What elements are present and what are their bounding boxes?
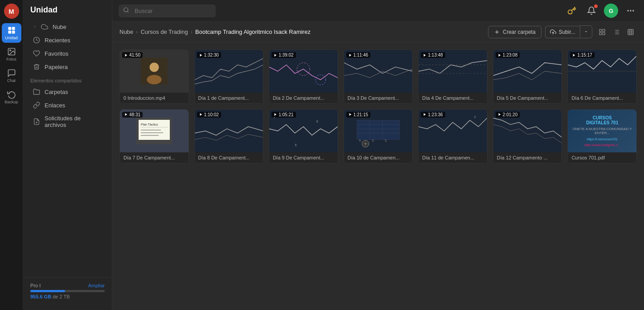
sidebar-item-backup[interactable]: Backup [2,87,21,107]
file-label-dia12: Día 12 Campamento ... [493,152,562,163]
svg-text:S: S [359,139,361,142]
sidebar-item-favoritos[interactable]: Favoritos [26,47,109,60]
svg-rect-1 [12,27,15,30]
view-grid-icon[interactable] [624,26,637,38]
file-card-dia11[interactable]: $ 1:23:36 Día 11 de Campamen... [418,109,488,163]
svg-point-5 [9,50,10,51]
svg-point-12 [630,10,631,11]
file-label-dia11: Día 11 de Campamen... [418,152,487,163]
svg-line-10 [127,11,129,12]
sidebar-item-carpetas[interactable]: Carpetas [26,85,109,98]
storage-section: Pro I Ampliar 955.6 GB de 2 TB [23,277,112,305]
svg-marker-41 [275,54,277,57]
file-duration-dia11: 1:23:36 [421,112,445,118]
svg-rect-69 [357,120,399,139]
file-thumb-dia8: 1:10:02 [195,110,263,152]
file-duration-dia10: 1:21:15 [346,112,370,118]
svg-marker-43 [349,54,351,57]
ampliar-link[interactable]: Ampliar [88,283,105,288]
svg-marker-47 [424,54,426,57]
storage-bar-fill [30,290,65,292]
file-thumb-dia6: 1:15:17 [568,50,636,93]
file-label-dia9: Día 9 De Campament... [269,152,338,163]
view-file-icon[interactable] [596,26,608,38]
file-label-dia7: Día 7 De Campament... [120,152,189,163]
file-label-dia5: Día 5 De Campament... [493,93,562,103]
file-label-dia2: Día 2 De Campament... [269,93,338,103]
svg-text:$: $ [316,119,319,123]
svg-rect-18 [603,29,605,32]
file-card-dia5[interactable]: 1:23:08 Día 5 De Campament... [493,49,562,104]
shared-section-label: Elementos compartidos [23,73,112,85]
file-thumb-dia12: 2:01:20 [493,110,562,152]
breadcrumb-cursos[interactable]: Cursos de Trading [140,29,188,35]
plan-label: Pro I [30,283,41,288]
key-icon-button[interactable] [565,4,579,18]
user-avatar-button[interactable]: G [604,4,618,18]
svg-point-9 [124,8,128,12]
upload-button-group: Subir... [545,25,592,38]
svg-point-33 [149,62,159,72]
svg-point-13 [632,10,634,11]
file-duration-dia7: 48:31 [122,112,143,118]
breadcrumb: Nube › Cursos de Trading › Bootcamp Trad… [119,29,483,35]
file-card-dia6[interactable]: 1:15:17 Día 6 De Campament... [567,49,637,104]
file-card-dia12[interactable]: 2:01:20 Día 12 Campamento ... [493,109,562,163]
breadcrumb-nube[interactable]: Nube [119,29,133,35]
file-thumb-dia4: 1:13:48 [418,50,487,93]
sidebar-item-recientes[interactable]: Recientes [26,33,109,47]
notification-button[interactable] [584,4,599,18]
search-input[interactable] [119,4,216,17]
svg-text:$: $ [474,115,476,118]
file-duration-dia5: 1:23:08 [496,52,520,58]
file-thumb-dia7: Plan Táctico 48:31 [120,110,189,152]
file-label-dia6: Día 6 De Campament... [568,93,636,103]
file-label-dia4: Día 4 De Campament... [418,93,487,103]
svg-marker-62 [200,113,202,116]
sidebar-item-papelera[interactable]: Papelera [26,60,109,73]
sidebar-item-solicitudes[interactable]: Solicitudes de archivos [26,112,109,131]
file-card-dia1[interactable]: 1:32:30 Día 1 de Campament... [194,49,264,104]
icon-bar: M Unidad Fotos Chat Backup [0,0,23,310]
sidebar-item-fotos[interactable]: Fotos [2,45,21,64]
file-duration-dia4: 1:13:48 [421,52,445,58]
file-card-dia2[interactable]: 1:39:02 Día 2 De Campament... [269,49,338,104]
svg-marker-35 [125,54,127,57]
svg-marker-37 [200,54,202,57]
file-thumb-dia9: $ $ $ 1:05:21 [269,110,338,152]
topbar: G [112,0,644,22]
svg-rect-3 [12,31,15,34]
file-card-dia8[interactable]: 1:10:02 Día 8 De Campament... [194,109,264,163]
upload-main-button[interactable]: Subir... [545,26,580,38]
file-duration-dia6: 1:15:17 [570,52,594,58]
file-thumb-dia11: $ 1:23:36 [418,110,487,152]
upload-dropdown-button[interactable] [580,25,592,38]
file-card-dia3[interactable]: 1:11:46 Día 3 De Campament... [344,49,413,104]
breadcrumb-sep-1: › [136,29,138,35]
file-card-dia7[interactable]: Plan Táctico 48:31 Día 7 De Campament... [119,109,189,163]
files-area: 41:50 0 Introduccion.mp4 1:32:30 [112,42,644,310]
view-toggle [596,26,637,38]
file-card-cursos701[interactable]: CURSOSDIGITALES 701 ÚNETE A NUESTRA COMU… [567,109,637,163]
file-thumb-dia5: 1:23:08 [493,50,562,93]
file-label-cursos701: Cursos 701.pdf [568,152,636,163]
sidebar-item-enlaces[interactable]: Enlaces [26,98,109,112]
create-folder-button[interactable]: Crear carpeta [488,26,541,38]
app-avatar[interactable]: M [4,4,19,19]
main-content: G Nube › Cursos de Trading › Bootcamp Tr… [112,0,644,310]
file-card-intro[interactable]: 41:50 0 Introduccion.mp4 [119,49,189,104]
sidebar-item-unidad[interactable]: Unidad [2,23,21,43]
view-list-icon[interactable] [610,26,623,38]
file-card-dia10[interactable]: S S S 1:21:15 Día 10 de Campamen... [344,109,413,163]
sidebar-title: Unidad [23,5,112,20]
file-thumb-intro: 41:50 [120,50,189,93]
sidebar-item-nube[interactable]: Nube [26,20,109,33]
svg-rect-19 [599,33,602,35]
sidebar-item-chat[interactable]: Chat [2,66,21,86]
more-options-button[interactable] [623,4,638,18]
file-card-dia9[interactable]: $ $ $ 1:05:21 Día 9 De Campament... [269,109,338,163]
svg-point-34 [147,75,161,84]
sidebar: Unidad Nube Recientes Favoritos Papelera… [23,0,112,310]
file-card-dia4[interactable]: 1:13:48 Día 4 De Campament... [418,49,488,104]
notification-dot [594,4,598,8]
